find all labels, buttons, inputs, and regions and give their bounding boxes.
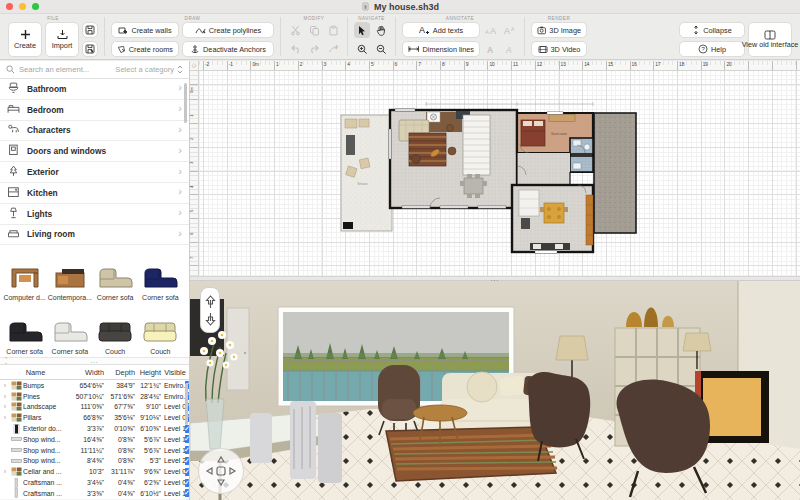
paste-icon[interactable] xyxy=(325,22,341,38)
cut-icon[interactable] xyxy=(287,22,303,38)
search-row: Search an element... Select a category xyxy=(0,61,189,79)
catalog-sidebar: Search an element... Select a category B… xyxy=(0,61,190,500)
column-header-depth[interactable]: Depth xyxy=(104,368,135,377)
copy-icon[interactable] xyxy=(306,22,322,38)
3d-video-button[interactable]: 3D Video xyxy=(531,41,587,57)
redo-icon[interactable] xyxy=(306,41,322,57)
search-icon xyxy=(6,65,15,74)
cell-level: Level 0 xyxy=(161,414,185,421)
table-scrollbar[interactable] xyxy=(185,383,188,425)
save-as-button[interactable] xyxy=(82,41,98,57)
row-expander-icon[interactable]: › xyxy=(0,468,10,475)
furniture-thumbnail[interactable]: Corner sofa xyxy=(93,248,138,303)
column-header-visible[interactable]: Visible xyxy=(161,368,189,377)
zoom-out-icon[interactable] xyxy=(373,41,389,57)
furniture-row[interactable]: › Pines 507'10¼" 571'6⅝" 28'4¾" Enviro..… xyxy=(0,391,189,402)
furniture-row[interactable]: › Landscape 111'0⅝" 67'7⅝" 9'10" Level 0… xyxy=(0,402,189,413)
column-header-name[interactable]: Name xyxy=(0,368,71,377)
import-button[interactable]: Import xyxy=(45,22,79,57)
create-rooms-button[interactable]: Create rooms xyxy=(111,41,179,57)
zoom-in-icon[interactable] xyxy=(354,41,370,57)
create-walls-button[interactable]: Create walls xyxy=(111,22,179,38)
sidebar-category-living-room[interactable]: Living room › xyxy=(0,225,189,246)
furniture-row[interactable]: Craftsman ... 3'4⅛" 0'4⅝" 6'2⅝" Level 0 … xyxy=(0,477,189,488)
rooms-icon xyxy=(117,45,126,54)
furniture-thumbnail[interactable]: Contempora... xyxy=(47,248,92,303)
furniture-row[interactable]: Shop wind... 8'4⅝" 0'8⅝" 5'3" Level 2 ✓ xyxy=(0,456,189,467)
sidebar-category-doors-and-windows[interactable]: Doors and windows › xyxy=(0,141,189,162)
group-items-icon[interactable] xyxy=(325,41,341,57)
furniture-row[interactable]: Craftsman ... 3'3⅝" 0'4⅝" 6'10½" Level 1… xyxy=(0,488,189,499)
sidebar-category-bathroom[interactable]: Bathroom › xyxy=(0,79,189,100)
collapse-button[interactable]: Collapse xyxy=(679,22,745,38)
furniture-thumbnail[interactable]: Corner sofa xyxy=(47,303,92,358)
dpad-up-icon xyxy=(218,457,224,462)
living-room[interactable] xyxy=(389,109,517,208)
visible-checkbox[interactable]: ✓ xyxy=(185,425,189,433)
furniture-row[interactable]: › Cellar and ... 10'3" 31'11⅞" 9'6⅝" Lev… xyxy=(0,466,189,477)
row-expander-icon[interactable]: › xyxy=(0,393,10,400)
ruler-corner-widget[interactable]: ◇ xyxy=(190,61,199,71)
save-button[interactable] xyxy=(82,22,98,38)
decrease-text-size-icon[interactable]: AA xyxy=(502,22,518,38)
dimension-lines-button[interactable]: Dimension lines xyxy=(402,41,480,57)
search-input[interactable]: Search an element... xyxy=(19,65,111,74)
add-texts-button[interactable]: A Add texts xyxy=(402,22,480,38)
category-selector[interactable]: Select a category xyxy=(115,65,183,74)
visible-checkbox[interactable]: ✓ xyxy=(185,489,189,497)
select-tool-icon[interactable] xyxy=(354,22,370,38)
deactivate-anchors-button[interactable]: Deactivate Anchors xyxy=(182,41,274,57)
furniture-row[interactable]: Exterior do... 3'3⅞" 0'10⅝" 6'10⅝" Level… xyxy=(0,423,189,434)
cell-height: 5'6⅞" xyxy=(135,436,161,443)
sidebar-category-bedroom[interactable]: Bedroom › xyxy=(0,100,189,121)
pan-tool-icon[interactable] xyxy=(373,22,389,38)
furniture-table-header[interactable]: Name Width Depth Height Visible xyxy=(0,365,189,380)
help-button[interactable]: ? Help xyxy=(679,41,745,57)
furniture-thumbnail[interactable]: Couch xyxy=(138,303,183,358)
visible-checkbox[interactable]: ✓ xyxy=(185,457,189,465)
row-expander-icon[interactable]: › xyxy=(0,382,10,389)
column-header-height[interactable]: Height xyxy=(135,368,161,377)
sidebar-category-exterior[interactable]: Exterior › xyxy=(0,162,189,183)
row-expander-icon[interactable]: › xyxy=(0,403,10,410)
bold-text-icon[interactable]: A xyxy=(483,41,499,57)
navigation-dpad[interactable] xyxy=(198,448,244,494)
furniture-thumbnail[interactable]: Corner sofa xyxy=(2,303,47,358)
furniture-row[interactable]: › Bumps 654'6⅛" 384'9" 12'1¾" Enviro... … xyxy=(0,380,189,391)
furniture-row[interactable]: Shop wind... 11'11¼" 0'8⅝" 5'6⅞" Level 1… xyxy=(0,445,189,456)
visible-checkbox[interactable]: ✓ xyxy=(185,479,189,487)
render-3d-canvas[interactable] xyxy=(190,281,800,500)
undo-icon[interactable] xyxy=(287,41,303,57)
toolbar-section-annotate: ANNOTATE A Add texts Dimension lines AA … xyxy=(398,14,522,59)
increase-text-size-icon[interactable]: AA xyxy=(483,22,499,38)
sidebar-scrollbar[interactable] xyxy=(184,83,187,123)
row-type-icon xyxy=(10,413,23,422)
3d-image-button[interactable]: 3D Image xyxy=(531,22,587,38)
furniture-row[interactable]: › Pillars 66'8⅝" 35'6⅛" 9'10⅛" Level 0 ✓ xyxy=(0,412,189,423)
elevation-control[interactable] xyxy=(200,287,220,333)
horizontal-ruler: -2-10m1234567891011121314151617181920 xyxy=(199,61,800,71)
gravel-patio[interactable] xyxy=(594,113,636,233)
create-polylines-button[interactable]: Create polylines xyxy=(182,22,274,38)
sidebar-splitter[interactable]: ⌃⌄ … xyxy=(0,357,189,365)
plan-canvas[interactable]: Terrace xyxy=(199,71,800,276)
row-expander-icon[interactable]: › xyxy=(0,414,10,421)
furniture-thumbnail[interactable]: Computer d... xyxy=(2,248,47,303)
furniture-thumbnail[interactable]: Couch xyxy=(93,303,138,358)
cell-level: Level 0 xyxy=(161,479,185,486)
italic-text-icon[interactable]: A xyxy=(502,41,518,57)
furniture-thumbnail[interactable]: Corner sofa xyxy=(138,248,183,303)
visible-checkbox[interactable]: ✓ xyxy=(185,435,189,443)
visible-checkbox[interactable]: ✓ xyxy=(185,446,189,454)
furniture-row[interactable]: Shop wind... 16'4⅝" 0'8⅝" 5'6⅞" Level 1 … xyxy=(0,434,189,445)
create-button[interactable]: Create xyxy=(8,22,42,57)
sidebar-category-lights[interactable]: Lights › xyxy=(0,204,189,225)
dpad-down-icon xyxy=(218,480,224,485)
view-old-interface-button[interactable]: View old interface xyxy=(748,22,792,57)
visible-checkbox[interactable]: ✓ xyxy=(185,468,189,476)
cell-depth: 0'4⅝" xyxy=(104,479,135,486)
sidebar-category-kitchen[interactable]: Kitchen › xyxy=(0,183,189,204)
terrace-room[interactable]: Terrace xyxy=(341,115,392,231)
sidebar-category-characters[interactable]: Characters › xyxy=(0,121,189,142)
column-header-width[interactable]: Width xyxy=(71,368,104,377)
